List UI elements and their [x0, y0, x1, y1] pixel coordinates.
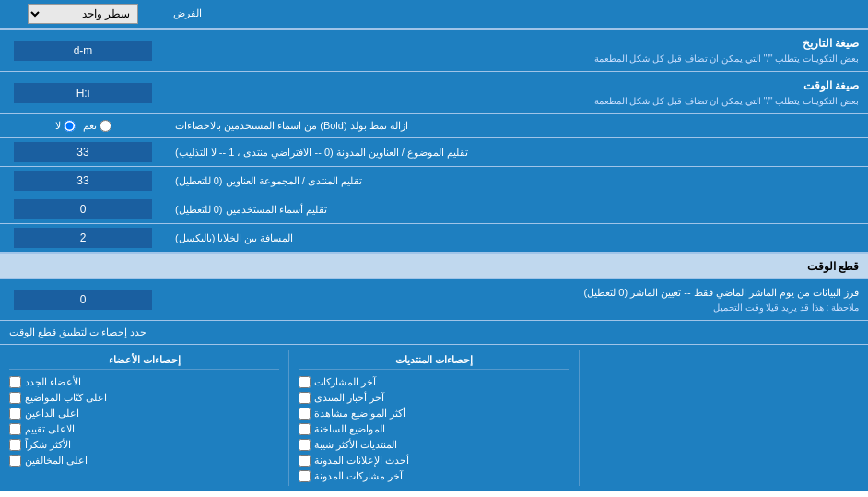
- radio-no-label[interactable]: لا: [55, 120, 76, 132]
- top-label: الفرض: [166, 0, 868, 28]
- cutoff-row: فرز البيانات من يوم الماشر الماضي فقط --…: [0, 279, 868, 321]
- col1-header: إحصاءات الأعضاء: [9, 354, 279, 370]
- date-format-main-label: صيغة التاريخ: [175, 35, 859, 52]
- space-between-input[interactable]: [14, 228, 152, 248]
- checkbox-col-3: [580, 350, 868, 486]
- checkbox-col-2: إحصاءات المنتديات آخر المشاركات آخر أخبا…: [289, 350, 579, 486]
- display-mode-select[interactable]: سطر واحد سطرين ثلاثة أسطر: [28, 4, 138, 24]
- trim-users-input-cell: [0, 195, 166, 223]
- checkbox-item: الاعلى تقييم: [9, 423, 279, 435]
- date-format-label-cell: صيغة التاريخ بعض التكوينات يتطلب "/" الت…: [166, 30, 868, 71]
- checkbox-item: اعلى كتّاب المواضيع: [9, 392, 279, 404]
- space-between-input-cell: [0, 224, 166, 252]
- date-format-input[interactable]: [14, 41, 152, 61]
- time-format-sub-label: بعض التكوينات يتطلب "/" التي يمكن ان تضا…: [175, 94, 859, 108]
- cutoff-main-label: فرز البيانات من يوم الماشر الماضي فقط --…: [175, 285, 859, 301]
- checkbox-top-writers[interactable]: [9, 392, 21, 404]
- checkbox-item: أكثر المواضيع مشاهدة: [299, 408, 569, 420]
- trim-subjects-label: تقليم الموضوع / العناوين المدونة (0 -- ا…: [166, 138, 868, 166]
- time-format-input-cell: [0, 72, 166, 113]
- checkbox-item: الأكثر شكراً: [9, 439, 279, 451]
- checkbox-col-1: إحصاءات الأعضاء الأعضاء الجدد اعلى كتّاب…: [0, 350, 289, 486]
- time-format-main-label: صيغة الوقت: [175, 77, 859, 94]
- date-format-input-cell: [0, 30, 166, 71]
- checkbox-item: الأعضاء الجدد: [9, 376, 279, 388]
- space-between-label: المسافة بين الخلايا (بالبكسل): [166, 224, 868, 252]
- trim-subjects-row: تقليم الموضوع / العناوين المدونة (0 -- ا…: [0, 138, 868, 167]
- space-between-row: المسافة بين الخلايا (بالبكسل): [0, 224, 868, 253]
- checkbox-latest-posts[interactable]: [299, 376, 311, 388]
- checkbox-new-members[interactable]: [9, 376, 21, 388]
- radio-no[interactable]: [64, 120, 76, 132]
- checkbox-item: اعلى المخالفين: [9, 455, 279, 467]
- checkbox-most-thanks[interactable]: [9, 439, 21, 451]
- time-format-input[interactable]: [14, 83, 152, 103]
- col2-header: إحصاءات المنتديات: [299, 354, 569, 370]
- trim-subjects-input[interactable]: [14, 142, 152, 162]
- checkbox-most-viewed[interactable]: [299, 408, 311, 420]
- trim-forum-input[interactable]: [14, 171, 152, 191]
- radio-yes[interactable]: [100, 120, 111, 132]
- checkbox-item: آخر مشاركات المدونة: [299, 470, 569, 482]
- checkbox-most-forums[interactable]: [299, 439, 311, 451]
- cutoff-input-cell: [0, 279, 166, 320]
- checkbox-top-inviters[interactable]: [9, 408, 21, 420]
- cutoff-note-label: ملاحظة : هذا قد يزيد قيلا وقت التحميل: [175, 301, 859, 314]
- checkbox-latest-announcements[interactable]: [299, 455, 311, 467]
- trim-users-row: تقليم أسماء المستخدمين (0 للتعطيل): [0, 195, 868, 224]
- checkbox-forum-news[interactable]: [299, 392, 311, 404]
- trim-forum-input-cell: [0, 167, 166, 195]
- checkbox-hot-topics[interactable]: [299, 423, 311, 435]
- cutoff-input[interactable]: [14, 290, 152, 310]
- checkbox-item: أحدث الإعلانات المدونة: [299, 455, 569, 467]
- bold-remove-label: ازالة نمط بولد (Bold) من اسماء المستخدمي…: [166, 114, 868, 137]
- date-format-sub-label: بعض التكوينات يتطلب "/" التي يمكن ان تضا…: [175, 52, 859, 65]
- bold-remove-row: ازالة نمط بولد (Bold) من اسماء المستخدمي…: [0, 114, 868, 138]
- checkbox-top-rated[interactable]: [9, 423, 21, 435]
- top-row: الفرض سطر واحد سطرين ثلاثة أسطر: [0, 0, 868, 30]
- cutoff-section-header: قطع الوقت: [0, 253, 868, 279]
- time-format-label-cell: صيغة الوقت بعض التكوينات يتطلب "/" التي …: [166, 72, 868, 113]
- trim-users-input[interactable]: [14, 199, 152, 219]
- trim-subjects-input-cell: [0, 138, 166, 166]
- stats-apply-label: حدد إحصاءات لتطبيق قطع الوقت: [0, 321, 868, 344]
- time-format-row: صيغة الوقت بعض التكوينات يتطلب "/" التي …: [0, 72, 868, 114]
- radio-yes-label[interactable]: نعم: [83, 120, 111, 132]
- checkbox-item: آخر أخبار المنتدى: [299, 392, 569, 404]
- checkbox-item: المواضيع الساخنة: [299, 423, 569, 435]
- trim-users-label: تقليم أسماء المستخدمين (0 للتعطيل): [166, 195, 868, 223]
- cutoff-label-cell: فرز البيانات من يوم الماشر الماضي فقط --…: [166, 279, 868, 320]
- bold-remove-radio-cell: نعم لا: [0, 114, 166, 137]
- checkbox-blog-posts[interactable]: [299, 470, 311, 482]
- stats-header-row: حدد إحصاءات لتطبيق قطع الوقت: [0, 321, 868, 345]
- checkbox-item: اعلى الداعين: [9, 408, 279, 420]
- checkbox-item: المنتديات الأكثر شيبة: [299, 439, 569, 451]
- checkbox-item: آخر المشاركات: [299, 376, 569, 388]
- main-container: الفرض سطر واحد سطرين ثلاثة أسطر صيغة الت…: [0, 0, 868, 491]
- date-format-row: صيغة التاريخ بعض التكوينات يتطلب "/" الت…: [0, 30, 868, 72]
- top-select-cell: سطر واحد سطرين ثلاثة أسطر: [0, 0, 166, 28]
- trim-forum-label: تقليم المنتدى / المجموعة العناوين (0 للت…: [166, 167, 868, 195]
- checkboxes-container: إحصاءات المنتديات آخر المشاركات آخر أخبا…: [0, 345, 868, 491]
- checkbox-top-violators[interactable]: [9, 455, 21, 467]
- trim-forum-row: تقليم المنتدى / المجموعة العناوين (0 للت…: [0, 167, 868, 195]
